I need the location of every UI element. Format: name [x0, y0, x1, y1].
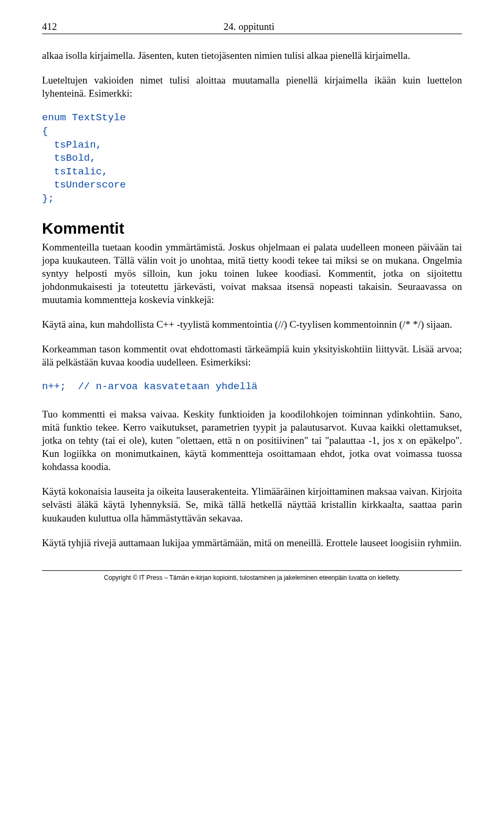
- paragraph: Käytä aina, kun mahdollista C++ -tyylist…: [42, 318, 462, 331]
- code-block-comment-example: n++; // n-arvoa kasvatetaan yhdellä: [42, 380, 462, 394]
- paragraph: Käytä kokonaisia lauseita ja oikeita lau…: [42, 485, 462, 524]
- paragraph: Kommenteilla tuetaan koodin ymmärtämistä…: [42, 241, 462, 306]
- section-heading-kommentit: Kommentit: [42, 220, 462, 237]
- code-block-enum: enum TextStyle { tsPlain, tsBold, tsItal…: [42, 111, 462, 205]
- paragraph: Käytä tyhjiä rivejä auttamaan lukijaa ym…: [42, 536, 462, 549]
- paragraph: Lueteltujen vakioiden nimet tulisi aloit…: [42, 74, 462, 100]
- paragraph: alkaa isolla kirjaimella. Jäsenten, kute…: [42, 49, 462, 62]
- page-header: 412 24. oppitunti: [42, 21, 462, 33]
- header-rule: [42, 34, 462, 34]
- page-number: 412: [42, 21, 57, 33]
- paragraph: Tuo kommentti ei maksa vaivaa. Keskity f…: [42, 408, 462, 473]
- paragraph: Korkeamman tason kommentit ovat ehdottom…: [42, 342, 462, 369]
- chapter-title: 24. oppitunti: [57, 21, 442, 33]
- footer-copyright: Copyright © IT Press – Tämän e-kirjan ko…: [42, 570, 462, 581]
- page-content: 412 24. oppitunti alkaa isolla kirjaimel…: [0, 0, 504, 597]
